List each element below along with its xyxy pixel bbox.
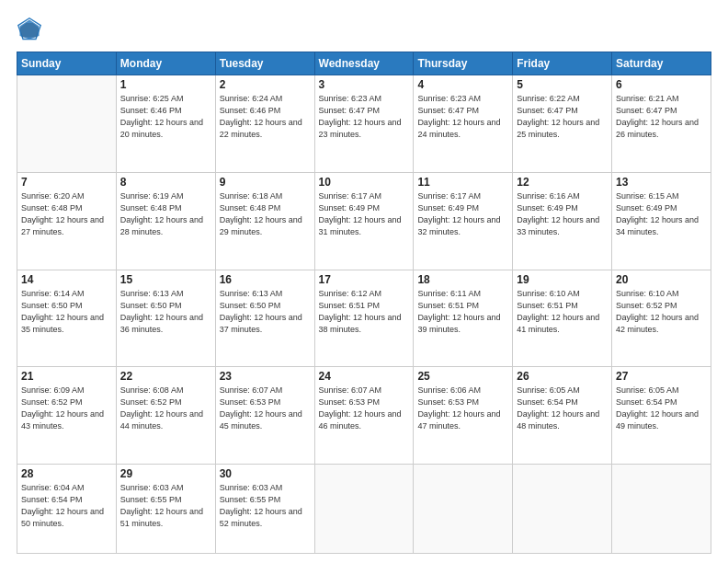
day-info: Sunrise: 6:13 AMSunset: 6:50 PMDaylight:…: [220, 288, 311, 336]
weekday-header: Tuesday: [215, 52, 314, 75]
day-info: Sunrise: 6:12 AMSunset: 6:51 PMDaylight:…: [319, 288, 410, 336]
calendar-cell: [414, 465, 513, 554]
weekday-header: Sunday: [17, 52, 117, 75]
weekday-header-row: SundayMondayTuesdayWednesdayThursdayFrid…: [17, 52, 711, 75]
day-info: Sunrise: 6:23 AMSunset: 6:47 PMDaylight:…: [417, 93, 508, 141]
day-number: 15: [120, 273, 211, 286]
day-number: 2: [220, 78, 311, 91]
day-info: Sunrise: 6:23 AMSunset: 6:47 PMDaylight:…: [319, 93, 410, 141]
calendar-cell: [513, 465, 612, 554]
day-info: Sunrise: 6:08 AMSunset: 6:52 PMDaylight:…: [120, 385, 211, 432]
weekday-header: Monday: [116, 52, 215, 75]
weekday-header: Thursday: [414, 52, 513, 75]
day-number: 26: [517, 370, 608, 383]
calendar-week-row: 28Sunrise: 6:04 AMSunset: 6:54 PMDayligh…: [17, 465, 711, 554]
day-number: 24: [319, 370, 410, 383]
day-info: Sunrise: 6:07 AMSunset: 6:53 PMDaylight:…: [220, 385, 311, 432]
day-number: 19: [517, 273, 608, 286]
day-number: 25: [417, 370, 508, 383]
calendar-cell: 29Sunrise: 6:03 AMSunset: 6:55 PMDayligh…: [116, 465, 215, 554]
day-info: Sunrise: 6:21 AMSunset: 6:47 PMDaylight:…: [616, 93, 707, 141]
day-number: 17: [319, 273, 410, 286]
day-info: Sunrise: 6:06 AMSunset: 6:53 PMDaylight:…: [417, 385, 508, 432]
calendar-cell: 20Sunrise: 6:10 AMSunset: 6:52 PMDayligh…: [612, 270, 711, 367]
calendar-cell: 19Sunrise: 6:10 AMSunset: 6:51 PMDayligh…: [513, 270, 612, 367]
calendar-week-row: 21Sunrise: 6:09 AMSunset: 6:52 PMDayligh…: [17, 367, 711, 465]
day-info: Sunrise: 6:17 AMSunset: 6:49 PMDaylight:…: [319, 190, 410, 238]
calendar-cell: 13Sunrise: 6:15 AMSunset: 6:49 PMDayligh…: [612, 172, 711, 270]
calendar-cell: 24Sunrise: 6:07 AMSunset: 6:53 PMDayligh…: [314, 367, 414, 465]
day-number: 22: [120, 370, 211, 383]
logo: [17, 17, 46, 42]
calendar-cell: 22Sunrise: 6:08 AMSunset: 6:52 PMDayligh…: [116, 367, 215, 465]
calendar-cell: 26Sunrise: 6:05 AMSunset: 6:54 PMDayligh…: [513, 367, 612, 465]
day-info: Sunrise: 6:11 AMSunset: 6:51 PMDaylight:…: [417, 288, 508, 336]
day-number: 16: [220, 273, 311, 286]
weekday-header: Wednesday: [314, 52, 414, 75]
calendar-cell: 27Sunrise: 6:05 AMSunset: 6:54 PMDayligh…: [612, 367, 711, 465]
day-info: Sunrise: 6:20 AMSunset: 6:48 PMDaylight:…: [21, 190, 112, 238]
day-info: Sunrise: 6:10 AMSunset: 6:52 PMDaylight:…: [616, 288, 707, 336]
day-info: Sunrise: 6:05 AMSunset: 6:54 PMDaylight:…: [616, 385, 707, 432]
calendar-cell: 30Sunrise: 6:03 AMSunset: 6:55 PMDayligh…: [215, 465, 314, 554]
calendar-cell: 1Sunrise: 6:25 AMSunset: 6:46 PMDaylight…: [116, 75, 215, 173]
day-number: 9: [220, 176, 311, 189]
day-info: Sunrise: 6:22 AMSunset: 6:47 PMDaylight:…: [517, 93, 608, 141]
day-number: 18: [417, 273, 508, 286]
day-number: 14: [21, 273, 112, 286]
day-number: 11: [417, 176, 508, 189]
calendar-cell: 25Sunrise: 6:06 AMSunset: 6:53 PMDayligh…: [414, 367, 513, 465]
calendar-cell: 17Sunrise: 6:12 AMSunset: 6:51 PMDayligh…: [314, 270, 414, 367]
page: SundayMondayTuesdayWednesdayThursdayFrid…: [0, 0, 728, 563]
day-number: 10: [319, 176, 410, 189]
day-number: 23: [220, 370, 311, 383]
day-number: 12: [517, 176, 608, 189]
calendar-cell: 7Sunrise: 6:20 AMSunset: 6:48 PMDaylight…: [17, 172, 117, 270]
calendar-cell: 6Sunrise: 6:21 AMSunset: 6:47 PMDaylight…: [612, 75, 711, 173]
day-info: Sunrise: 6:03 AMSunset: 6:55 PMDaylight:…: [120, 482, 211, 530]
day-number: 21: [21, 370, 112, 383]
calendar-cell: 18Sunrise: 6:11 AMSunset: 6:51 PMDayligh…: [414, 270, 513, 367]
day-number: 8: [120, 176, 211, 189]
day-info: Sunrise: 6:05 AMSunset: 6:54 PMDaylight:…: [517, 385, 608, 432]
calendar-cell: [612, 465, 711, 554]
day-info: Sunrise: 6:14 AMSunset: 6:50 PMDaylight:…: [21, 288, 112, 336]
day-number: 28: [21, 467, 112, 480]
calendar-cell: 8Sunrise: 6:19 AMSunset: 6:48 PMDaylight…: [116, 172, 215, 270]
day-number: 29: [120, 467, 211, 480]
day-info: Sunrise: 6:03 AMSunset: 6:55 PMDaylight:…: [220, 482, 311, 530]
calendar-cell: 23Sunrise: 6:07 AMSunset: 6:53 PMDayligh…: [215, 367, 314, 465]
day-number: 27: [616, 370, 707, 383]
calendar-week-row: 1Sunrise: 6:25 AMSunset: 6:46 PMDaylight…: [17, 75, 711, 173]
calendar-week-row: 14Sunrise: 6:14 AMSunset: 6:50 PMDayligh…: [17, 270, 711, 367]
calendar-cell: 16Sunrise: 6:13 AMSunset: 6:50 PMDayligh…: [215, 270, 314, 367]
calendar-cell: 9Sunrise: 6:18 AMSunset: 6:48 PMDaylight…: [215, 172, 314, 270]
day-info: Sunrise: 6:10 AMSunset: 6:51 PMDaylight:…: [517, 288, 608, 336]
calendar-cell: 5Sunrise: 6:22 AMSunset: 6:47 PMDaylight…: [513, 75, 612, 173]
calendar-cell: 3Sunrise: 6:23 AMSunset: 6:47 PMDaylight…: [314, 75, 414, 173]
calendar-table: SundayMondayTuesdayWednesdayThursdayFrid…: [17, 52, 711, 554]
day-info: Sunrise: 6:17 AMSunset: 6:49 PMDaylight:…: [417, 190, 508, 238]
calendar-cell: 14Sunrise: 6:14 AMSunset: 6:50 PMDayligh…: [17, 270, 117, 367]
calendar-week-row: 7Sunrise: 6:20 AMSunset: 6:48 PMDaylight…: [17, 172, 711, 270]
day-number: 6: [616, 78, 707, 91]
day-info: Sunrise: 6:19 AMSunset: 6:48 PMDaylight:…: [120, 190, 211, 238]
header: [17, 17, 711, 42]
day-info: Sunrise: 6:24 AMSunset: 6:46 PMDaylight:…: [220, 93, 311, 141]
day-info: Sunrise: 6:15 AMSunset: 6:49 PMDaylight:…: [616, 190, 707, 238]
day-number: 13: [616, 176, 707, 189]
day-info: Sunrise: 6:13 AMSunset: 6:50 PMDaylight:…: [120, 288, 211, 336]
day-info: Sunrise: 6:04 AMSunset: 6:54 PMDaylight:…: [21, 482, 112, 530]
logo-icon: [17, 17, 42, 42]
weekday-header: Friday: [513, 52, 612, 75]
day-number: 3: [319, 78, 410, 91]
calendar-cell: 2Sunrise: 6:24 AMSunset: 6:46 PMDaylight…: [215, 75, 314, 173]
day-number: 4: [417, 78, 508, 91]
calendar-cell: 12Sunrise: 6:16 AMSunset: 6:49 PMDayligh…: [513, 172, 612, 270]
day-info: Sunrise: 6:07 AMSunset: 6:53 PMDaylight:…: [319, 385, 410, 432]
calendar-cell: [314, 465, 414, 554]
weekday-header: Saturday: [612, 52, 711, 75]
day-info: Sunrise: 6:18 AMSunset: 6:48 PMDaylight:…: [220, 190, 311, 238]
calendar-cell: [17, 75, 117, 173]
day-number: 1: [120, 78, 211, 91]
